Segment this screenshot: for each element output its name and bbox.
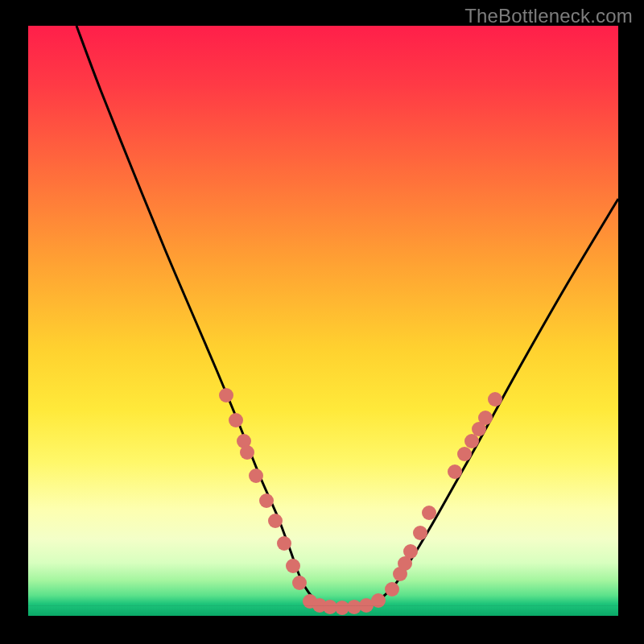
data-point: [237, 434, 251, 448]
data-point: [422, 506, 436, 520]
data-point: [286, 559, 300, 573]
data-point: [488, 392, 502, 407]
chart-frame: TheBottleneck.com: [0, 0, 644, 644]
data-point: [413, 526, 427, 540]
data-point: [403, 544, 418, 559]
data-point: [478, 411, 493, 425]
data-point: [259, 493, 274, 508]
data-point: [464, 434, 479, 448]
curve-layer: [28, 26, 618, 616]
data-point: [359, 598, 374, 613]
data-point: [335, 601, 349, 615]
data-point: [448, 464, 462, 479]
data-point: [277, 536, 291, 551]
plot-area: [28, 26, 618, 616]
data-point: [219, 388, 233, 402]
data-point: [347, 600, 361, 614]
data-point: [371, 593, 386, 608]
data-point: [240, 445, 254, 460]
marker-group: [219, 388, 502, 615]
data-point: [472, 422, 486, 436]
watermark-text: TheBottleneck.com: [464, 5, 633, 27]
data-point: [249, 469, 263, 483]
data-point: [292, 576, 307, 590]
data-point: [312, 598, 327, 613]
bottleneck-curve: [76, 26, 618, 608]
data-point: [303, 594, 317, 609]
data-point: [229, 413, 243, 427]
data-point: [323, 600, 337, 614]
data-point: [398, 556, 412, 571]
data-point: [393, 567, 407, 581]
data-point: [268, 514, 283, 528]
data-point: [457, 447, 472, 461]
data-point: [385, 582, 399, 597]
